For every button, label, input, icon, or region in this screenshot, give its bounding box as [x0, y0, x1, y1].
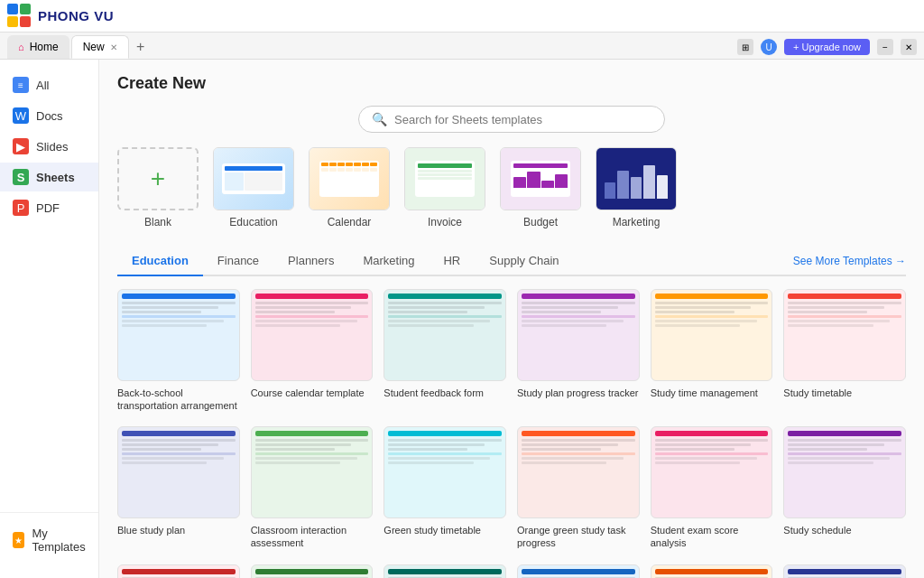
grid-item[interactable]: Student exam score analysis	[651, 426, 773, 549]
grid-item-label: Student exam score analysis	[651, 524, 773, 550]
grid-thumb	[117, 426, 240, 518]
grid-thumb	[783, 289, 906, 381]
grid-item-label: Blue study plan	[117, 524, 240, 536]
grid-item[interactable]: Study time management	[651, 289, 773, 412]
grid-thumb	[651, 426, 773, 518]
tab-bar-right: ⊞ U + Upgrade now − ✕	[737, 39, 917, 55]
grid-item[interactable]: Study timetable	[783, 289, 906, 412]
nav-tab-planners[interactable]: Planners	[273, 247, 348, 276]
tab-home[interactable]: ⌂ Home	[7, 35, 69, 59]
svg-rect-1	[20, 4, 31, 14]
grid-thumb	[517, 564, 640, 578]
svg-rect-0	[7, 4, 18, 14]
grid-thumb	[383, 426, 506, 518]
quick-template-education[interactable]: Education	[213, 147, 294, 228]
education-thumb	[213, 147, 294, 210]
grid-item[interactable]: Study plan progress tracker	[517, 289, 640, 412]
sidebar: ≡ All W Docs ▶ Slides S Sheets P PDF ★ M…	[0, 60, 99, 578]
grid-thumb	[783, 564, 906, 578]
sidebar-item-pdf[interactable]: P PDF	[0, 193, 98, 222]
grid-item[interactable]: Green study timetable	[383, 426, 506, 549]
grid-item[interactable]: Study roadmap	[517, 564, 640, 578]
logo-text: PHONG VU	[38, 8, 114, 23]
tab-new[interactable]: New ✕	[71, 35, 129, 59]
grid-item[interactable]: Back-to-school transportation arrangemen…	[117, 289, 240, 412]
grid-thumb	[517, 289, 640, 381]
grid-item[interactable]: Student feedback form	[383, 289, 506, 412]
grid-thumb	[517, 426, 640, 518]
nav-tab-hr[interactable]: HR	[429, 247, 475, 276]
quick-template-blank[interactable]: + Blank	[117, 147, 199, 228]
sidebar-bottom: ★ My Templates	[0, 512, 98, 567]
my-templates-icon: ★	[13, 532, 24, 548]
svg-rect-2	[7, 16, 18, 27]
grid-item[interactable]: Student roster template	[651, 564, 773, 578]
grid-item-label: Classroom interaction assessment	[251, 524, 374, 550]
grid-item[interactable]: Course calendar template	[251, 289, 374, 412]
search-input[interactable]	[394, 113, 651, 126]
grid-item[interactable]: Study plan	[117, 564, 240, 578]
close-button[interactable]: ✕	[901, 39, 917, 55]
page-title: Create New	[117, 74, 906, 93]
grid-thumb	[251, 564, 374, 578]
quick-template-budget[interactable]: Budget	[500, 147, 581, 228]
sidebar-item-all[interactable]: ≡ All	[0, 70, 98, 99]
grid-item-label: Course calendar template	[251, 387, 374, 399]
all-icon: ≡	[13, 77, 29, 93]
grid-item-label: Green study timetable	[383, 524, 506, 536]
grid-item[interactable]: Blue study plan	[117, 426, 240, 549]
grid-thumb	[651, 289, 773, 381]
grid-item-label: Orange green study task progress	[517, 524, 640, 550]
grid-thumb	[783, 426, 906, 518]
logo-area: PHONG VU	[7, 4, 114, 29]
sidebar-item-sheets[interactable]: S Sheets	[0, 163, 98, 191]
docs-icon: W	[13, 107, 29, 124]
template-grid: Back-to-school transportation arrangemen…	[117, 289, 906, 578]
title-bar: PHONG VU	[0, 0, 924, 33]
see-more-link[interactable]: See More Templates →	[793, 255, 906, 267]
grid-item[interactable]: Study task progress	[251, 564, 374, 578]
quick-template-calendar[interactable]: Calendar	[309, 147, 390, 228]
grid-thumb	[117, 289, 240, 381]
tab-close-icon[interactable]: ✕	[110, 42, 117, 52]
quick-template-marketing[interactable]: Marketing	[596, 147, 677, 228]
budget-thumb	[500, 147, 581, 210]
sidebar-item-docs[interactable]: W Docs	[0, 101, 98, 130]
nav-tab-marketing[interactable]: Marketing	[348, 247, 429, 276]
grid-item-label: Study plan progress tracker	[517, 387, 640, 399]
grid-item[interactable]: Study schedule	[783, 426, 906, 549]
grid-item[interactable]: Teacher evaluation form	[783, 564, 906, 578]
grid-item-label: Study timetable	[783, 387, 906, 399]
grid-item[interactable]: Orange green study task progress	[517, 426, 640, 549]
tab-bar-user-icon[interactable]: U	[761, 39, 777, 55]
grid-item-label: Study schedule	[783, 524, 906, 536]
nav-tab-supply-chain[interactable]: Supply Chain	[475, 247, 573, 276]
search-icon: 🔍	[372, 112, 387, 126]
slides-icon: ▶	[13, 138, 29, 154]
templates-row: + Blank Education	[117, 147, 906, 228]
tab-bar: ⌂ Home New ✕ + ⊞ U + Upgrade now − ✕	[0, 33, 924, 60]
tab-add-button[interactable]: +	[131, 37, 151, 57]
logo-icon	[7, 4, 32, 29]
grid-item[interactable]: Classroom interaction assessment	[251, 426, 374, 549]
sheets-icon: S	[13, 169, 29, 185]
tab-bar-grid-icon[interactable]: ⊞	[737, 39, 753, 55]
grid-thumb	[251, 426, 374, 518]
nav-tab-finance[interactable]: Finance	[203, 247, 273, 276]
minimize-button[interactable]: −	[877, 39, 893, 55]
grid-item[interactable]: Study goals plan	[383, 564, 506, 578]
search-bar: 🔍	[358, 106, 665, 133]
quick-template-invoice[interactable]: Invoice	[404, 147, 485, 228]
sidebar-item-slides[interactable]: ▶ Slides	[0, 132, 98, 161]
sidebar-item-my-templates[interactable]: ★ My Templates	[0, 520, 98, 560]
upgrade-button[interactable]: + Upgrade now	[784, 39, 870, 55]
grid-item-label: Student feedback form	[383, 387, 506, 399]
grid-thumb	[117, 564, 240, 578]
svg-rect-3	[20, 16, 31, 27]
pdf-icon: P	[13, 200, 29, 216]
grid-thumb	[383, 564, 506, 578]
invoice-thumb	[404, 147, 485, 210]
main-container: ≡ All W Docs ▶ Slides S Sheets P PDF ★ M…	[0, 60, 924, 578]
nav-tab-education[interactable]: Education	[117, 247, 203, 276]
home-tab-icon: ⌂	[18, 42, 24, 52]
